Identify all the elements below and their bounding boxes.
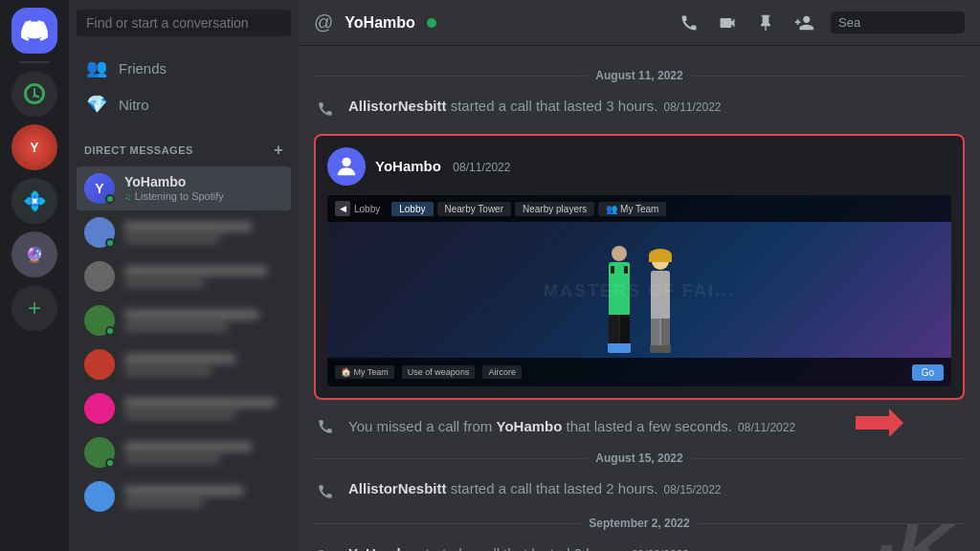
activity-date: 08/11/2022	[453, 161, 510, 174]
friends-icon: 👥	[86, 57, 107, 78]
dm-item-2[interactable]	[77, 210, 291, 254]
server-icon-bar: Y 💠 🔮 +	[0, 0, 69, 551]
phone-icon-1	[314, 98, 337, 121]
date-text-sep2: September 2, 2022	[589, 517, 689, 530]
game-watermark: MASTERS OF FAI...	[544, 281, 735, 301]
dm-item-4[interactable]	[77, 298, 291, 342]
game-lobby-label: Lobby	[354, 204, 380, 214]
dm-info-7	[124, 442, 283, 463]
dm-info-8	[124, 486, 283, 507]
dm-info-yohambo: YoHambo ♫ Listening to Spotify	[124, 174, 283, 203]
dm-list: Y YoHambo ♫ Listening to Spotify	[69, 163, 299, 551]
phone-icon-2	[314, 480, 337, 503]
dm-avatar-8	[84, 481, 115, 512]
date-divider-aug15: August 15, 2022	[299, 444, 980, 473]
search-bar-container	[69, 0, 299, 46]
server-avatar-3[interactable]: 🔮	[11, 231, 57, 277]
svg-point-1	[342, 158, 350, 166]
dm-info-6	[124, 398, 283, 419]
dm-name-yohambo: YoHambo	[124, 174, 283, 189]
red-arrow-indicator	[856, 408, 903, 444]
dm-section-header: DIRECT MESSAGES +	[69, 126, 299, 163]
status-dot-7	[105, 458, 115, 468]
dm-item-7[interactable]	[77, 430, 291, 474]
dm-sidebar: 👥 Friends 💎 Nitro DIRECT MESSAGES + Y Yo…	[69, 0, 299, 551]
dm-info-2	[124, 222, 283, 243]
activity-card-header: YoHambo 08/11/2022	[327, 147, 951, 186]
dm-avatar-2	[84, 217, 115, 248]
server-avatar-2[interactable]: 💠	[11, 178, 57, 224]
game-go-button[interactable]: Go	[912, 364, 944, 381]
nitro-icon: 💎	[86, 94, 107, 115]
dm-item-5[interactable]	[77, 342, 291, 386]
online-status-indicator	[427, 18, 436, 28]
status-dot-2	[105, 238, 115, 248]
header-actions: Sea	[678, 11, 965, 34]
game-screenshot: ◀ Lobby Lobby Nearby Tower Nearby player…	[327, 195, 951, 386]
chat-header-name: YoHambo	[345, 14, 414, 32]
activity-card: YoHambo 08/11/2022 ◀ Lobby Lobby Nearby …	[314, 134, 965, 400]
date-text-aug11: August 11, 2022	[595, 69, 682, 82]
chat-search-box[interactable]: Sea	[831, 11, 965, 33]
dm-item-6[interactable]	[77, 386, 291, 430]
chat-area: @ YoHambo	[299, 0, 980, 551]
dm-item-8[interactable]	[77, 474, 291, 518]
call-sender-1: AllistorNesbitt	[348, 98, 447, 114]
call-message-1: AllistorNesbitt started a call that last…	[299, 94, 980, 122]
date-divider-aug11: August 11, 2022	[299, 61, 980, 90]
messages-container: August 11, 2022 AllistorNesbitt started …	[299, 46, 980, 551]
search-input[interactable]	[77, 10, 291, 36]
dm-info-3	[124, 266, 283, 287]
icon-bar-divider	[19, 61, 50, 63]
sidebar-item-friends[interactable]: 👥 Friends	[77, 50, 291, 86]
sidebar-nav: 👥 Friends 💎 Nitro	[69, 46, 299, 126]
dm-item-yohambo[interactable]: Y YoHambo ♫ Listening to Spotify	[77, 166, 291, 210]
add-member-button[interactable]	[792, 11, 815, 34]
at-symbol: @	[314, 11, 333, 33]
call-message-3: YoHambo started a call that lasted 2 hou…	[299, 541, 980, 551]
phone-icon-3	[314, 545, 337, 551]
dm-info-5	[124, 354, 283, 375]
dm-avatar-7	[84, 437, 115, 468]
date-text-aug15: August 15, 2022	[595, 452, 682, 465]
add-dm-button[interactable]: +	[274, 142, 283, 159]
dm-info-4	[124, 310, 283, 331]
call-message-content-1: AllistorNesbitt started a call that last…	[348, 96, 965, 116]
dm-item-3[interactable]	[77, 254, 291, 298]
chat-header: @ YoHambo	[299, 0, 980, 46]
activity-sender: YoHambo	[375, 158, 441, 174]
dm-status-yohambo: ♫ Listening to Spotify	[124, 189, 283, 203]
date-divider-sep2: September 2, 2022	[299, 509, 980, 538]
status-dot-4	[105, 326, 115, 336]
video-button[interactable]	[716, 11, 739, 34]
sidebar-item-nitro[interactable]: 💎 Nitro	[77, 86, 291, 122]
call-message-2: AllistorNesbitt started a call that last…	[299, 476, 980, 505]
dm-avatar-6	[84, 393, 115, 424]
dm-avatar-yohambo: Y	[84, 173, 115, 204]
discord-home-button[interactable]	[11, 8, 57, 54]
add-server-button[interactable]: +	[11, 285, 57, 331]
dm-avatar-5	[84, 349, 115, 380]
server-avatar-1[interactable]: Y	[11, 124, 57, 170]
pin-button[interactable]	[754, 11, 777, 34]
call-button[interactable]	[678, 11, 701, 34]
activity-avatar	[327, 147, 366, 186]
missed-call-row: You missed a call from YoHambo that last…	[299, 411, 980, 440]
phone-icon-missed	[314, 415, 337, 438]
status-dot-yohambo	[105, 194, 115, 204]
nitro-label: Nitro	[119, 97, 149, 113]
dm-avatar-3	[84, 261, 115, 292]
dm-avatar-4	[84, 305, 115, 336]
svg-marker-2	[856, 408, 903, 437]
explore-button[interactable]	[11, 71, 57, 117]
friends-label: Friends	[119, 60, 167, 77]
